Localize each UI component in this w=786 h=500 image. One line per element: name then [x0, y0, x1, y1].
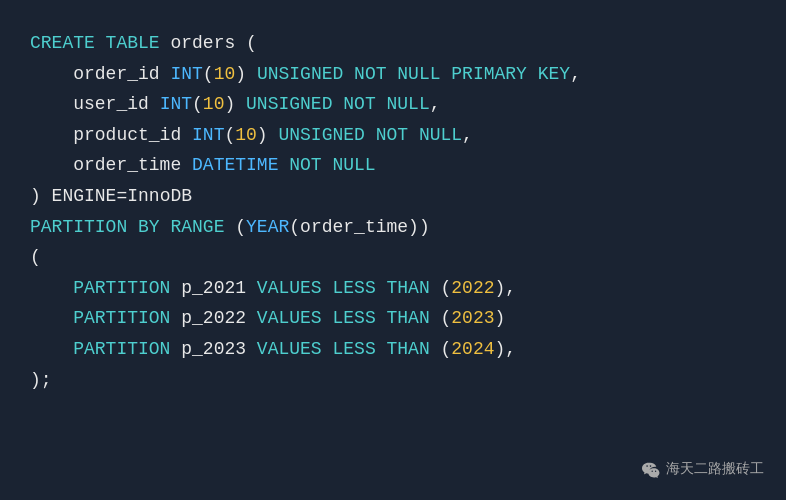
code-token: YEAR [246, 212, 289, 243]
code-line: PARTITION p_2021 VALUES LESS THAN (2022)… [30, 273, 756, 304]
code-token: VALUES LESS THAN [257, 334, 441, 365]
code-token: ( [441, 334, 452, 365]
code-token: DATETIME [192, 150, 289, 181]
code-token: ) [30, 181, 52, 212]
code-token: VALUES LESS THAN [257, 273, 441, 304]
code-token: INT [160, 89, 192, 120]
code-token: orders [170, 28, 246, 59]
code-token: INT [192, 120, 224, 151]
code-token: p_2021 [181, 273, 257, 304]
code-line: ( [30, 242, 756, 273]
code-token: ) [257, 120, 279, 151]
code-line: PARTITION p_2023 VALUES LESS THAN (2024)… [30, 334, 756, 365]
code-token: ) [224, 89, 246, 120]
code-block: CREATE TABLE orders ( order_id INT(10) U… [0, 0, 786, 500]
code-token: 2023 [451, 303, 494, 334]
code-token: ( [30, 242, 41, 273]
code-token: NOT NULL [289, 150, 375, 181]
code-token: 10 [214, 59, 236, 90]
code-token: CREATE TABLE [30, 28, 170, 59]
code-line: PARTITION p_2022 VALUES LESS THAN (2023) [30, 303, 756, 334]
code-token: UNSIGNED NOT NULL [278, 120, 462, 151]
code-token: ( [203, 59, 214, 90]
code-token: p_2022 [181, 303, 257, 334]
code-token: ( [224, 120, 235, 151]
code-token: 10 [235, 120, 257, 151]
code-line: ); [30, 365, 756, 396]
code-token: PARTITION [30, 303, 181, 334]
brand-watermark: 海天二路搬砖工 [642, 458, 764, 482]
code-token: 10 [203, 89, 225, 120]
code-token: order_time [300, 212, 408, 243]
code-token: ) [235, 59, 257, 90]
code-content: CREATE TABLE orders ( order_id INT(10) U… [30, 28, 756, 395]
code-token: UNSIGNED NOT NULL PRIMARY KEY [257, 59, 570, 90]
code-line: PARTITION BY RANGE (YEAR(order_time)) [30, 212, 756, 243]
code-token: ) [495, 303, 506, 334]
code-token: user_id [30, 89, 160, 120]
code-token: , [462, 120, 473, 151]
code-line: order_time DATETIME NOT NULL [30, 150, 756, 181]
code-token: ( [289, 212, 300, 243]
code-token: INT [170, 59, 202, 90]
code-token: PARTITION [30, 334, 181, 365]
code-token: , [430, 89, 441, 120]
code-token: ( [441, 303, 452, 334]
code-token: UNSIGNED NOT NULL [246, 89, 430, 120]
code-token: VALUES LESS THAN [257, 303, 441, 334]
code-token: ), [495, 273, 517, 304]
code-line: product_id INT(10) UNSIGNED NOT NULL, [30, 120, 756, 151]
code-token: )) [408, 212, 430, 243]
code-token: ); [30, 365, 52, 396]
code-token: order_time [30, 150, 192, 181]
wechat-icon [642, 461, 660, 479]
code-line: ) ENGINE=InnoDB [30, 181, 756, 212]
code-token: ), [495, 334, 517, 365]
code-token: PARTITION [30, 273, 181, 304]
code-token: PARTITION BY RANGE [30, 212, 235, 243]
code-token: 2022 [451, 273, 494, 304]
code-token: , [570, 59, 581, 90]
code-line: order_id INT(10) UNSIGNED NOT NULL PRIMA… [30, 59, 756, 90]
code-token: ( [235, 212, 246, 243]
code-token: 2024 [451, 334, 494, 365]
code-line: CREATE TABLE orders ( [30, 28, 756, 59]
code-token: ( [192, 89, 203, 120]
code-token: order_id [30, 59, 170, 90]
code-token: ENGINE=InnoDB [52, 181, 192, 212]
code-token: ( [246, 28, 257, 59]
code-token: p_2023 [181, 334, 257, 365]
brand-text: 海天二路搬砖工 [666, 458, 764, 482]
code-token: product_id [30, 120, 192, 151]
code-line: user_id INT(10) UNSIGNED NOT NULL, [30, 89, 756, 120]
code-token: ( [441, 273, 452, 304]
